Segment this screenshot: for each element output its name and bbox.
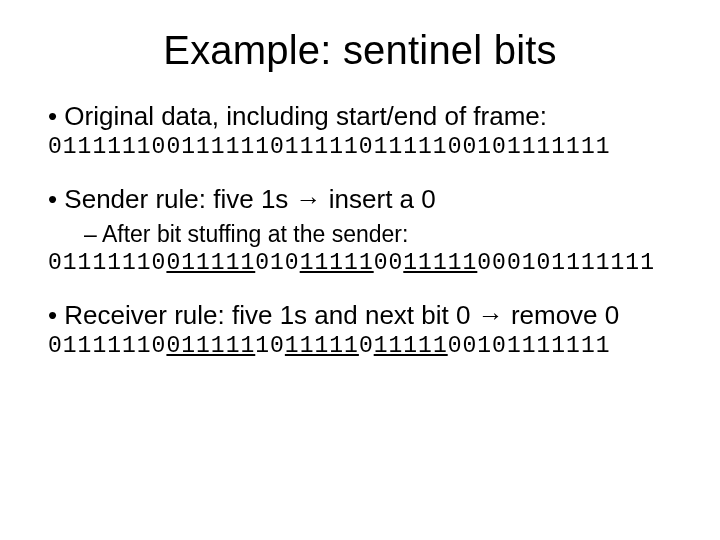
bullet-receiver-rule: Receiver rule: five 1s and next bit 0 → … — [40, 300, 680, 331]
sub-bullet-after-stuffing: After bit stuffing at the sender: — [40, 221, 680, 248]
arrow-icon: → — [296, 184, 322, 214]
recv-underline-3: 11111 — [374, 333, 448, 359]
stuff-seg-c: 00 — [374, 250, 404, 276]
sender-rule-post: insert a 0 — [322, 184, 436, 214]
bits-orig-flag1: 01111110 — [48, 134, 166, 160]
bits-after-stuffing: 0111111001111101011111001111100010111111… — [40, 250, 680, 276]
stuff-seg-b: 010 — [255, 250, 299, 276]
recv-seg-a: 01111110 — [48, 333, 166, 359]
slide: Example: sentinel bits Original data, in… — [0, 0, 720, 540]
recv-underline-2: 11111 — [285, 333, 359, 359]
bits-orig-payload: 01111110111110111110 — [166, 134, 462, 160]
recv-seg-d: 00101111111 — [448, 333, 611, 359]
stuff-underline-2: 11111 — [300, 250, 374, 276]
bits-orig-flag2: 0101111111 — [462, 134, 610, 160]
receiver-rule-pre: Receiver rule: five 1s and next bit 0 — [64, 300, 477, 330]
arrow-icon-2: → — [478, 300, 504, 330]
recv-seg-c: 0 — [359, 333, 374, 359]
bits-original: 01111110011111101111101111100101111111 — [40, 134, 680, 160]
bullet-sender-rule: Sender rule: five 1s → insert a 0 — [40, 184, 680, 215]
slide-title: Example: sentinel bits — [40, 28, 680, 73]
bits-receiver: 01111110011111101111101111100101111111 — [40, 333, 680, 359]
stuff-seg-d: 000101111111 — [477, 250, 655, 276]
stuff-seg-a: 01111110 — [48, 250, 166, 276]
recv-seg-b: 10 — [255, 333, 285, 359]
recv-underline-1: 011111 — [166, 333, 255, 359]
sender-rule-pre: Sender rule: five 1s — [64, 184, 295, 214]
stuff-underline-1: 011111 — [166, 250, 255, 276]
receiver-rule-post: remove 0 — [504, 300, 620, 330]
bullet-original-data: Original data, including start/end of fr… — [40, 101, 680, 132]
stuff-underline-3: 11111 — [403, 250, 477, 276]
